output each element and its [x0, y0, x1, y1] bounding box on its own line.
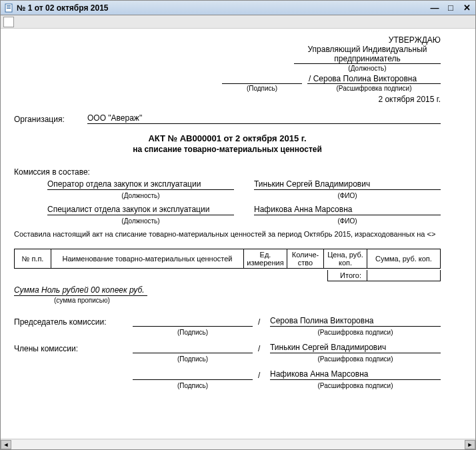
signature-line — [133, 371, 253, 380]
toolbar — [1, 15, 475, 29]
member-role: Оператор отдела закупок и эксплуатации — [47, 179, 234, 190]
approve-name-caption: (Расшифровка подписи) — [307, 85, 441, 92]
approve-position-caption: (Должность) — [294, 65, 441, 72]
role-caption: (Должность) — [47, 192, 234, 199]
titlebar[interactable]: № 1 от 02 октября 2015 — □ ✕ — [1, 1, 475, 15]
th-qty: Количе-ство — [287, 249, 324, 269]
members-label: Члены комиссии: — [14, 344, 127, 353]
total-row: Итого: — [14, 270, 441, 281]
name-caption: (ФИО) — [254, 192, 441, 199]
toolbar-button[interactable] — [3, 17, 14, 27]
document-body: УТВЕРЖДАЮ Управляющий Индивидуальный пре… — [1, 29, 454, 409]
member-role: Специалист отдела закупок и эксплуатации — [47, 205, 234, 215]
approve-position: Управляющий Индивидуальный предпринимате… — [294, 45, 441, 64]
th-num: № п.п. — [15, 249, 51, 269]
approve-heading: УТВЕРЖДАЮ — [14, 35, 441, 45]
svg-rect-2 — [7, 7, 11, 7]
document-viewport[interactable]: УТВЕРЖДАЮ Управляющий Индивидуальный пре… — [1, 29, 475, 439]
commission-member-row: Специалист отдела закупок и эксплуатации… — [14, 205, 441, 215]
svg-rect-3 — [7, 8, 11, 9]
signatory-name: Нафикова Анна Марсовна — [270, 369, 441, 380]
commission-member-row: Оператор отдела закупок и эксплуатации Т… — [14, 179, 441, 190]
th-price: Цена, руб. коп. — [324, 249, 367, 269]
name-caption: (ФИО) — [254, 217, 441, 225]
name-caption: (Расшифровка подписи) — [270, 382, 441, 389]
approve-signature-line — [222, 75, 302, 84]
signature-row: Председатель комиссии: / Серова Полина В… — [14, 316, 441, 327]
member-name: Нафикова Анна Марсовна — [254, 205, 441, 215]
approve-block: УТВЕРЖДАЮ Управляющий Индивидуальный пре… — [14, 35, 441, 104]
approve-name: / Серова Полина Викторовна — [307, 74, 441, 84]
minimize-button[interactable]: — — [429, 3, 441, 13]
org-label: Организация: — [14, 115, 74, 124]
org-value: ООО "Авераж" — [87, 113, 441, 124]
svg-rect-1 — [7, 5, 11, 6]
sig-caption: (Подпись) — [133, 355, 253, 363]
approve-date: 2 октября 2015 г. — [14, 95, 441, 104]
organization-row: Организация: ООО "Авераж" — [14, 113, 441, 124]
signatory-name: Серова Полина Викторовна — [270, 316, 441, 327]
commission-label: Комиссия в составе: — [14, 167, 441, 177]
app-icon — [3, 3, 14, 13]
signatory-name: Тинькин Сергей Владимирович — [270, 343, 441, 353]
sig-caption: (Подпись) — [133, 382, 253, 389]
chairman-label: Председатель комиссии: — [14, 317, 127, 327]
name-caption: (Расшифровка подписи) — [270, 355, 441, 363]
signature-line — [133, 317, 253, 327]
scroll-track[interactable] — [11, 440, 465, 449]
document-title: АКТ № АВ000001 от 2 октября 2015 г. — [14, 133, 441, 143]
document-window: № 1 от 02 октября 2015 — □ ✕ УТВЕРЖДАЮ У… — [0, 0, 476, 450]
signature-row: / Нафикова Анна Марсовна — [14, 369, 441, 380]
close-button[interactable]: ✕ — [461, 3, 473, 13]
scroll-left-icon[interactable]: ◄ — [1, 440, 11, 449]
approve-sig-caption: (Подпись) — [222, 85, 302, 92]
th-name: Наименование товарно-материальных ценнос… — [51, 249, 244, 269]
sum-in-words: Сумма Ноль рублей 00 копеек руб. — [14, 285, 147, 296]
sum-words-caption: (сумма прописью) — [54, 297, 441, 304]
window-title: № 1 от 02 октября 2015 — [17, 3, 429, 13]
maximize-button[interactable]: □ — [445, 3, 457, 13]
scroll-right-icon[interactable]: ► — [465, 440, 475, 449]
document-subtitle: на списание товарно-материальных ценност… — [14, 145, 441, 154]
role-caption: (Должность) — [47, 217, 234, 225]
horizontal-scrollbar[interactable]: ◄ ► — [1, 439, 475, 449]
th-sum: Сумма, руб. коп. — [367, 249, 441, 269]
signature-row: Члены комиссии: / Тинькин Сергей Владими… — [14, 343, 441, 353]
th-unit: Ед. измерения — [244, 249, 287, 269]
member-name: Тинькин Сергей Владимирович — [254, 179, 441, 190]
name-caption: (Расшифровка подписи) — [270, 329, 441, 336]
total-value — [367, 270, 441, 281]
total-label: Итого: — [327, 270, 367, 281]
items-table: № п.п. Наименование товарно-материальных… — [14, 249, 441, 269]
sig-caption: (Подпись) — [133, 329, 253, 336]
act-description: Составила настоящий акт на списание това… — [14, 230, 441, 238]
signature-line — [133, 344, 253, 353]
